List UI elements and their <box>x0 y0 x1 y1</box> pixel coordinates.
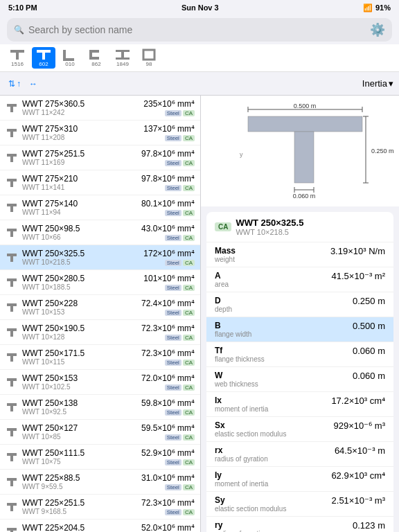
sort-direction-button[interactable]: ⇅ ↑ <box>6 78 24 90</box>
badge-steel: Steel <box>165 110 181 116</box>
section-type-C[interactable]: 862 <box>85 47 108 69</box>
row-right: 101×10⁶ mm⁴ Steel CA <box>143 274 195 291</box>
row-section-icon <box>6 303 18 312</box>
row-name: WWT 250×190.5 <box>22 323 85 333</box>
svg-rect-46 <box>10 506 13 511</box>
row-value: 80.1×10⁶ mm⁴ <box>141 199 195 209</box>
row-text: WWT 250×190.5 WWT 10×128 <box>22 323 85 341</box>
list-item[interactable]: WWT 250×127 WWT 10×85 59.5×10⁶ mm⁴ Steel… <box>0 420 200 445</box>
row-text: WWT 275×140 WWT 11×94 <box>22 199 78 216</box>
list-item[interactable]: WWT 275×140 WWT 11×94 80.1×10⁶ mm⁴ Steel… <box>0 195 200 220</box>
row-name: WWT 250×171.5 <box>22 348 85 358</box>
svg-rect-0 <box>10 50 24 53</box>
svg-rect-24 <box>10 231 13 237</box>
svg-rect-18 <box>10 157 13 162</box>
row-text: WWT 250×325.5 WWT 10×218.5 <box>22 249 85 266</box>
row-text: WWT 250×171.5 WWT 10×115 <box>22 348 85 366</box>
list-item[interactable]: WWT 250×171.5 WWT 10×115 72.3×10⁶ mm⁴ St… <box>0 345 200 370</box>
list-item[interactable]: WWT 275×360.5 WWT 11×242 235×10⁶ mm⁴ Ste… <box>0 96 200 121</box>
list-item[interactable]: WWT 250×228 WWT 10×153 72.4×10⁶ mm⁴ Stee… <box>0 295 200 320</box>
row-text: WWT 225×204.5 WWT 9×137.5 <box>22 523 85 532</box>
badge-steel: Steel <box>165 135 181 141</box>
row-text: WWT 250×98.5 WWT 10×66 <box>22 224 80 241</box>
detail-desc: elastic section modulus <box>215 430 286 438</box>
list-item[interactable]: WWT 250×111.5 WWT 10×75 52.9×10⁶ mm⁴ Ste… <box>0 445 200 470</box>
section-type-R[interactable]: 98 <box>137 47 161 69</box>
list-item[interactable]: WWT 225×251.5 WWT 9×168.5 72.3×10⁶ mm⁴ S… <box>0 495 200 520</box>
svg-rect-2 <box>37 50 51 53</box>
filter-button[interactable]: ↔ <box>26 78 40 90</box>
list-item[interactable]: WWT 250×280.5 WWT 10×188.5 101×10⁶ mm⁴ S… <box>0 270 200 295</box>
row-left: WWT 225×251.5 WWT 9×168.5 <box>6 498 85 515</box>
svg-rect-41 <box>7 453 17 456</box>
svg-rect-12 <box>143 50 154 60</box>
list-item[interactable]: WWT 275×251.5 WWT 11×169 97.8×10⁶ mm⁴ St… <box>0 145 200 170</box>
row-left: WWT 250×138 WWT 10×92.5 <box>6 398 78 416</box>
svg-rect-39 <box>7 428 17 431</box>
svg-rect-37 <box>7 403 17 406</box>
detail-desc: moment of inertia <box>215 405 268 413</box>
svg-rect-14 <box>10 107 13 112</box>
detail-value: 62.9×10³ cm⁴ <box>331 470 385 481</box>
sort-by-dropdown[interactable]: Inertia ▾ <box>362 78 393 89</box>
detail-card: CA WWT 250×325.5 WWT 10×218.5 Mass weigh… <box>206 212 393 532</box>
badge-ca: CA <box>183 185 195 191</box>
row-sub: WWT 10×128 <box>22 333 85 341</box>
section-type-L[interactable]: 010 <box>58 47 82 69</box>
row-value: 52.9×10⁶ mm⁴ <box>141 448 195 458</box>
row-badges: Steel CA <box>165 509 195 515</box>
row-sub: WWT 9×59.5 <box>22 483 80 490</box>
sort-up-icon: ⇅ <box>8 79 15 89</box>
row-right: 72.3×10⁶ mm⁴ Steel CA <box>141 498 195 515</box>
row-value: 59.5×10⁶ mm⁴ <box>141 423 195 433</box>
row-name: WWT 275×360.5 <box>22 99 85 109</box>
detail-value: 3.19×10³ N/m <box>330 246 385 256</box>
section-type-T2[interactable]: 602 <box>32 47 55 69</box>
row-section-icon <box>6 527 18 533</box>
row-text: WWT 250×280.5 WWT 10×188.5 <box>22 274 85 291</box>
row-sub: WWT 10×153 <box>22 308 78 316</box>
detail-value: 929×10⁻⁶ m³ <box>333 420 385 431</box>
row-text: WWT 275×310 WWT 11×208 <box>22 124 78 141</box>
badge-steel: Steel <box>165 384 181 391</box>
row-section-icon <box>6 353 18 362</box>
detail-symbol: B <box>215 321 251 330</box>
settings-icon[interactable]: ⚙️ <box>370 22 385 37</box>
list-item[interactable]: WWT 250×325.5 WWT 10×218.5 172×10⁶ mm⁴ S… <box>0 245 200 270</box>
badge-steel: Steel <box>165 434 181 441</box>
list-item[interactable]: WWT 275×210 WWT 11×141 97.8×10⁶ mm⁴ Stee… <box>0 170 200 195</box>
svg-rect-33 <box>7 353 17 356</box>
detail-label-col: Mass weight <box>215 246 236 263</box>
badge-ca: CA <box>183 285 195 291</box>
list-item[interactable]: WWT 275×310 WWT 11×208 137×10⁶ mm⁴ Steel… <box>0 121 200 145</box>
list-item[interactable]: WWT 250×153 WWT 10×102.5 72.0×10⁶ mm⁴ St… <box>0 370 200 395</box>
list-item[interactable]: WWT 225×204.5 WWT 9×137.5 52.0×10⁶ mm⁴ S… <box>0 520 200 532</box>
list-item[interactable]: WWT 225×88.5 WWT 9×59.5 31.0×10⁶ mm⁴ Ste… <box>0 470 200 495</box>
row-value: 43.0×10⁶ mm⁴ <box>141 224 195 233</box>
section-type-T1[interactable]: 1516 <box>6 47 29 69</box>
search-input[interactable] <box>28 24 370 35</box>
detail-symbol: Sy <box>215 495 286 505</box>
badge-ca: CA <box>183 335 195 341</box>
row-left: WWT 250×153 WWT 10×102.5 <box>6 373 78 391</box>
list-item[interactable]: WWT 250×98.5 WWT 10×66 43.0×10⁶ mm⁴ Stee… <box>0 220 200 245</box>
list-item[interactable]: WWT 250×138 WWT 10×92.5 59.8×10⁶ mm⁴ Ste… <box>0 395 200 420</box>
list-item[interactable]: WWT 250×190.5 WWT 10×128 72.3×10⁶ mm⁴ St… <box>0 320 200 345</box>
svg-rect-38 <box>10 406 13 411</box>
badge-steel: Steel <box>165 160 181 166</box>
detail-properties: Mass weight 3.19×10³ N/m A area 41.5×10⁻… <box>206 242 393 532</box>
section-list: WWT 275×360.5 WWT 11×242 235×10⁶ mm⁴ Ste… <box>0 96 201 532</box>
row-badges: Steel CA <box>165 185 195 191</box>
row-name: WWT 250×280.5 <box>22 274 85 283</box>
svg-rect-26 <box>10 256 13 262</box>
row-value: 101×10⁶ mm⁴ <box>143 274 195 283</box>
row-right: 235×10⁶ mm⁴ Steel CA <box>143 99 195 116</box>
detail-property-row: D depth 0.250 m <box>206 292 393 317</box>
detail-symbol: Mass <box>215 246 236 256</box>
detail-value: 64.5×10⁻³ m <box>335 445 385 456</box>
detail-desc: flange width <box>215 330 251 338</box>
row-sub: WWT 11×94 <box>22 209 78 216</box>
svg-rect-19 <box>7 179 17 181</box>
section-type-I[interactable]: 1849 <box>111 47 134 69</box>
row-value: 137×10⁶ mm⁴ <box>143 124 195 134</box>
